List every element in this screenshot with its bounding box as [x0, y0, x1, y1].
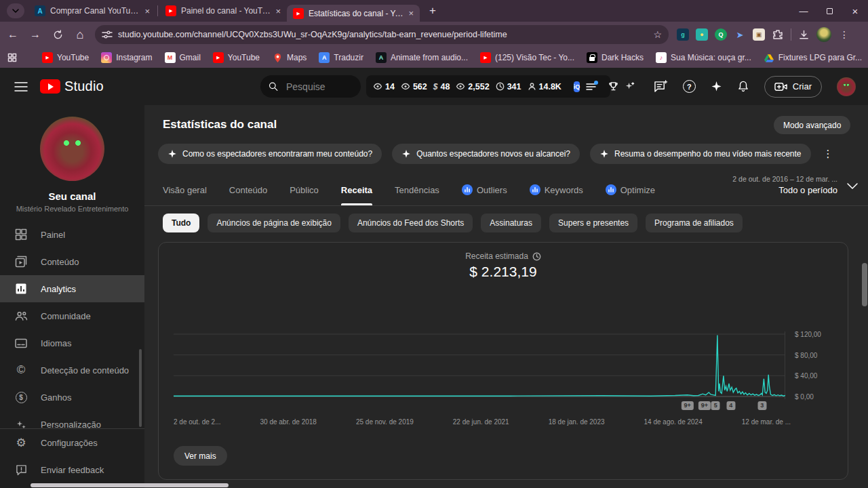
chart-marker-badge[interactable]: 5	[711, 401, 720, 410]
sidebar-item-feedback[interactable]: Enviar feedback	[0, 456, 144, 483]
tab-search-button[interactable]	[7, 3, 24, 18]
ver-mais-button[interactable]: Ver mais	[174, 446, 227, 466]
browser-tab-2[interactable]: Painel do canal - YouTube Stud ×	[159, 0, 287, 22]
home-button[interactable]: ⌂	[71, 25, 90, 44]
sparkle-icon[interactable]	[711, 81, 722, 92]
bookmark-maps[interactable]: Maps	[272, 52, 307, 63]
tab-close-icon[interactable]: ×	[144, 6, 150, 16]
chart-marker-badge[interactable]: 4	[726, 401, 735, 410]
new-tab-button[interactable]: +	[429, 4, 436, 18]
chart-marker-badge[interactable]: 3	[757, 401, 766, 410]
period-selector[interactable]: 2 de out. de 2016 – 12 de mar. ... Todo …	[732, 175, 837, 195]
back-button[interactable]: ←	[3, 25, 22, 44]
sidebar-item-conteudo[interactable]: Conteúdo	[0, 248, 144, 275]
filter-assinaturas[interactable]: Assinaturas	[481, 214, 541, 232]
extension-glasp-icon[interactable]: g	[677, 28, 689, 41]
hamburger-menu-button[interactable]	[14, 81, 28, 92]
filter-afiliados[interactable]: Programa de afiliados	[646, 214, 743, 232]
extension-brown-icon[interactable]: ▣	[753, 28, 765, 41]
bookmark-dark-hacks[interactable]: Dark Hacks	[587, 52, 644, 63]
studio-logo[interactable]: Studio	[40, 79, 104, 94]
tab-tendencias[interactable]: Tendências	[395, 178, 439, 205]
sidebar-item-analytics[interactable]: Analytics	[0, 275, 144, 302]
bookmark-youtube-2[interactable]: YouTube	[213, 52, 260, 63]
tab-visao-geral[interactable]: Visão geral	[163, 178, 207, 205]
sidebar-scrollbar-thumb[interactable]	[139, 349, 142, 427]
bookmark-visao-tec[interactable]: (125) Visão Tec - Yo...	[480, 52, 574, 63]
sidebar-item-comunidade[interactable]: Comunidade	[0, 302, 144, 329]
forward-button[interactable]: →	[26, 25, 45, 44]
chart-marker-badge[interactable]: 9+	[682, 401, 694, 410]
question-chip-2[interactable]: Quantos espectadores novos eu alcancei?	[392, 144, 580, 164]
sidebar-item-idiomas[interactable]: Idiomas	[0, 329, 144, 357]
extension-bird-icon[interactable]: ➤	[734, 28, 746, 41]
maximize-button[interactable]	[816, 0, 842, 22]
page-scrollbar-thumb[interactable]	[862, 263, 867, 306]
question-chip-3[interactable]: Resuma o desempenho do meu vídeo mais re…	[590, 144, 811, 164]
tab-close-icon[interactable]: ×	[408, 8, 414, 18]
revenue-chart-svg[interactable]	[174, 331, 785, 399]
filter-tudo[interactable]: Tudo	[163, 214, 199, 232]
bookmark-instagram[interactable]: Instagram	[101, 52, 152, 63]
tab-keywords[interactable]: Keywords	[530, 178, 583, 205]
bookmark-youtube[interactable]: YouTube	[42, 52, 89, 63]
help-icon[interactable]: ?	[683, 80, 696, 93]
tab-conteudo[interactable]: Conteúdo	[229, 178, 267, 205]
channel-avatar-small[interactable]	[837, 77, 856, 96]
browser-profile-avatar[interactable]	[816, 27, 831, 42]
channel-avatar-large[interactable]	[40, 117, 104, 181]
search-input[interactable]	[285, 81, 353, 93]
sidebar-item-deteccao[interactable]: © Detecção de conteúdo	[0, 357, 144, 384]
extension-q-icon[interactable]: Q	[715, 28, 727, 41]
sidebar-item-ganhos[interactable]: $ Ganhos	[0, 384, 144, 411]
bookmark-traduzir[interactable]: ATraduzir	[319, 52, 363, 63]
question-chip-1[interactable]: Como os espectadores encontraram meu con…	[158, 144, 382, 164]
browser-tab-active[interactable]: Estatísticas do canal - YouTube ×	[287, 5, 420, 22]
period-chevron-down-icon[interactable]	[846, 182, 859, 190]
bookmark-sua-musica[interactable]: ♪Sua Música: ouça gr...	[656, 52, 751, 63]
tab-close-icon[interactable]: ×	[275, 6, 281, 16]
sparkle-plus-icon[interactable]	[625, 81, 635, 92]
vidiq-stats-bar[interactable]: 14 562 $ 48 2,552 341 14.8K iQ	[366, 75, 610, 98]
bookmark-star-icon[interactable]: ☆	[653, 29, 662, 40]
sidebar-item-personalizacao[interactable]: Personalização	[0, 411, 144, 428]
browser-menu-kebab-icon[interactable]: ⋮	[838, 29, 856, 40]
questions-kebab-icon[interactable]: ⋮	[823, 148, 833, 160]
chart-marker-badge[interactable]: 9+	[698, 401, 711, 410]
extension-teal-icon[interactable]: ●	[696, 28, 708, 41]
bookmark-gmail[interactable]: MGmail	[165, 52, 201, 63]
tab-receita[interactable]: Receita	[341, 178, 372, 205]
tab-outliers[interactable]: Outliers	[462, 178, 507, 205]
studio-search-box[interactable]	[260, 75, 361, 98]
bookmark-fixtures[interactable]: Fixtures LPG para Gr...	[764, 52, 862, 63]
vidiq-badge-icon[interactable]: iQ	[574, 81, 580, 92]
url-text[interactable]: studio.youtube.com/channel/UCQv0Xzbs3UWu…	[118, 30, 648, 39]
sidebar-item-configuracoes[interactable]: ⚙ Configurações	[0, 429, 144, 456]
apps-grid-icon[interactable]	[7, 52, 18, 63]
achievements-trophy-icon[interactable]	[608, 81, 618, 92]
filter-supers[interactable]: Supers e presentes	[549, 214, 637, 232]
reload-button[interactable]	[48, 25, 67, 44]
horizontal-scrollbar-thumb[interactable]	[31, 483, 229, 487]
advanced-mode-button[interactable]: Modo avançado	[774, 116, 850, 134]
create-button[interactable]: Criar	[764, 76, 822, 98]
downloads-button[interactable]	[798, 29, 810, 41]
screen: Comprar Canal YouTube Mone × Painel do c…	[0, 0, 868, 488]
address-bar[interactable]: studio.youtube.com/channel/UCQv0Xzbs3UWu…	[95, 25, 669, 44]
vidiq-list-icon[interactable]	[586, 83, 596, 91]
close-window-button[interactable]: ×	[842, 0, 868, 22]
browser-tab-1[interactable]: Comprar Canal YouTube Mone ×	[28, 0, 156, 22]
tab-publico[interactable]: Público	[290, 178, 319, 205]
sidebar-label: Ganhos	[41, 392, 72, 403]
filter-anuncios-exibicao[interactable]: Anúncios de página de exibição	[208, 214, 340, 232]
minimize-button[interactable]: —	[791, 0, 816, 22]
extensions-puzzle-icon[interactable]	[772, 28, 784, 41]
site-info-icon[interactable]	[102, 30, 113, 39]
feedback-note-icon[interactable]	[654, 80, 668, 93]
filter-anuncios-shorts[interactable]: Anúncios do Feed dos Shorts	[349, 214, 473, 232]
notifications-bell-icon[interactable]	[737, 80, 749, 94]
bookmark-animate[interactable]: AAnimate from audio...	[376, 52, 468, 63]
info-clock-icon[interactable]	[532, 252, 541, 261]
tab-optimize[interactable]: Optimize	[606, 178, 655, 205]
sidebar-item-painel[interactable]: Painel	[0, 221, 144, 248]
